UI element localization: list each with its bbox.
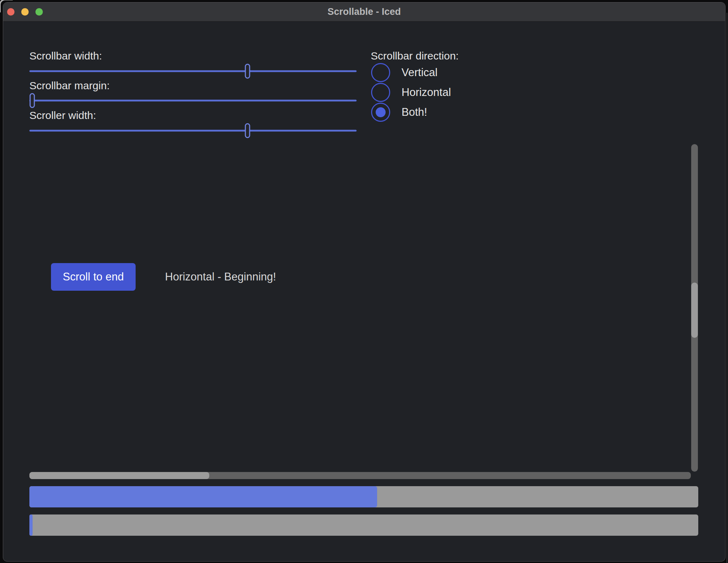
scrollbar-width-label: Scrollbar width: xyxy=(29,50,102,62)
close-button[interactable] xyxy=(7,8,15,16)
radio-option-vertical[interactable]: Vertical xyxy=(371,63,438,82)
radio-circle xyxy=(371,83,390,102)
scroller-width-slider[interactable] xyxy=(29,123,357,138)
radio-label: Both! xyxy=(402,106,427,119)
horizontal-progress-bar xyxy=(29,486,698,507)
radio-option-horizontal[interactable]: Horizontal xyxy=(371,83,451,102)
slider-thumb[interactable] xyxy=(245,123,250,138)
vertical-scroller-thumb[interactable] xyxy=(691,283,698,337)
titlebar[interactable]: Scrollable - Iced xyxy=(3,2,725,22)
slider-track[interactable] xyxy=(29,130,357,132)
slider-track[interactable] xyxy=(29,100,357,102)
scrollbar-width-slider[interactable] xyxy=(29,63,357,79)
radio-option-both[interactable]: Both! xyxy=(371,103,427,122)
scrollbar-direction-label: Scrollbar direction: xyxy=(371,50,459,62)
slider-thumb[interactable] xyxy=(30,93,35,108)
scrollbar-margin-label: Scrollbar margin: xyxy=(29,80,110,92)
radio-dot xyxy=(376,107,386,117)
radio-label: Horizontal xyxy=(402,86,451,99)
progress-fill xyxy=(29,514,33,536)
scroll-status-text: Horizontal - Beginning! xyxy=(165,271,276,283)
radio-circle xyxy=(371,103,390,122)
slider-thumb[interactable] xyxy=(245,64,250,79)
scrollbar-margin-slider[interactable] xyxy=(29,93,357,108)
minimize-button[interactable] xyxy=(21,8,29,16)
vertical-progress-bar xyxy=(29,514,698,536)
traffic-lights xyxy=(3,2,43,21)
horizontal-scrollbar[interactable] xyxy=(29,472,691,479)
radio-label: Vertical xyxy=(402,66,438,79)
app-window: Scrollable - Iced Scrollbar width: Scrol… xyxy=(3,2,726,562)
progress-fill xyxy=(29,486,377,507)
horizontal-scroller-thumb[interactable] xyxy=(29,472,209,479)
vertical-scrollbar[interactable] xyxy=(691,144,698,472)
screen-right-edge xyxy=(727,13,727,563)
slider-track[interactable] xyxy=(29,70,357,72)
scroll-to-end-button[interactable]: Scroll to end xyxy=(51,263,136,291)
zoom-button[interactable] xyxy=(35,8,43,16)
window-title: Scrollable - Iced xyxy=(328,6,401,17)
scroller-width-label: Scroller width: xyxy=(29,109,96,121)
radio-circle xyxy=(371,63,390,82)
